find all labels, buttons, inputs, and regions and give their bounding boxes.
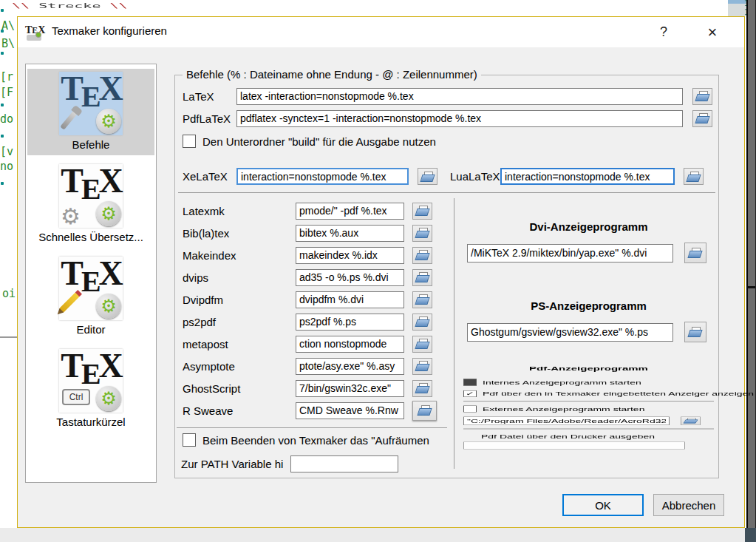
green-gear-icon: ⚙ xyxy=(96,109,121,134)
pdflatex-label: PdfLaTeX xyxy=(183,112,236,125)
screen: \\ Strecke \\ A\ B\ [r [F do [v no oi 14… xyxy=(0,0,756,542)
ps2pdf-label: ps2pdf xyxy=(183,316,296,328)
folder-icon xyxy=(689,327,702,337)
latexmk-browse-button[interactable] xyxy=(412,203,432,220)
rsweave-input[interactable] xyxy=(296,402,404,419)
xelatex-browse-button[interactable] xyxy=(418,168,437,185)
code-dot xyxy=(1,52,4,55)
pdflatex-input[interactable] xyxy=(236,110,683,127)
sidebar-item-befehle[interactable]: TEX ⚙ Befehle xyxy=(27,69,154,155)
pdf-internal-window-checkbox[interactable] xyxy=(463,379,477,385)
folder-icon xyxy=(416,339,429,349)
latexmk-label: Latexmk xyxy=(183,205,296,217)
editor-scrollbar[interactable] xyxy=(746,0,756,542)
rsweave-browse-button[interactable] xyxy=(412,401,437,421)
dvipdfm-input[interactable] xyxy=(296,291,404,308)
folder-icon xyxy=(416,294,429,305)
command-row: R Sweave xyxy=(183,399,441,421)
dvipdfm-browse-button[interactable] xyxy=(412,291,432,308)
ghostscript-browse-button[interactable] xyxy=(412,380,432,397)
asymptote-browse-button[interactable] xyxy=(412,358,432,375)
ps2pdf-browse-button[interactable] xyxy=(412,314,432,331)
dvi-viewer-input[interactable] xyxy=(467,244,673,262)
folder-icon xyxy=(416,316,429,327)
metapost-label: metapost xyxy=(183,338,296,350)
metapost-browse-button[interactable] xyxy=(412,336,432,353)
cancel-button[interactable]: Abbrechen xyxy=(653,494,724,516)
cleanup-checkbox[interactable] xyxy=(183,433,196,447)
asymptote-label: Asymptote xyxy=(183,360,296,373)
separator xyxy=(463,429,714,430)
texmaker-app-icon: TEX xyxy=(25,23,44,41)
separator xyxy=(178,192,715,193)
path-row: Zur PATH Variable hi xyxy=(181,455,398,472)
path-label: Zur PATH Variable hi xyxy=(181,458,283,470)
path-input[interactable] xyxy=(290,455,398,472)
ok-button[interactable]: OK xyxy=(562,494,644,516)
dvi-browse-button[interactable] xyxy=(684,243,706,263)
build-subdir-checkbox[interactable] xyxy=(183,135,196,148)
ctrl-key-icon: Ctrl xyxy=(62,389,90,405)
pdflatex-browse-button[interactable] xyxy=(692,110,712,127)
ps-viewer-input[interactable] xyxy=(467,323,673,342)
separator xyxy=(463,401,714,402)
latex-label: LaTeX xyxy=(183,90,236,103)
asymptote-input[interactable] xyxy=(296,358,404,375)
code-fragment: [F xyxy=(0,86,13,99)
code-dot xyxy=(1,182,4,185)
pdf-browse-button[interactable] xyxy=(681,416,701,425)
ps-viewer-row xyxy=(463,322,714,342)
pdf-internal-window-row: Internes Anzeigeprogramm starten xyxy=(463,376,714,388)
command-row: Latexmk xyxy=(183,200,441,222)
tex-commands-icon: TEX ⚙ xyxy=(59,72,123,135)
sidebar-item-schnelles-uebersetzen[interactable]: TEX ⚙ ⚙ Schnelles Übersetz... xyxy=(27,161,154,248)
pdf-internal-embedded-checkbox[interactable]: ✓ xyxy=(463,390,477,397)
biblatex-browse-button[interactable] xyxy=(412,225,432,242)
ps-browse-button[interactable] xyxy=(684,322,706,342)
close-icon[interactable]: × xyxy=(696,17,729,47)
separator xyxy=(177,427,447,428)
pdf-viewer-title: Pdf-Anzeigeprogramm xyxy=(463,365,714,376)
scrollbar-divider xyxy=(748,286,755,288)
help-button[interactable]: ? xyxy=(647,17,680,47)
pdf-internal-embedded-row: ✓ Pdf über den in Texmaker eingebetteten… xyxy=(463,388,714,400)
folder-icon xyxy=(696,113,709,123)
rsweave-label: R Sweave xyxy=(183,404,296,417)
sidebar-item-label: Schnelles Übersetz... xyxy=(38,231,143,243)
command-list: Latexmk Bib(la)tex Makeindex dvips xyxy=(183,200,441,421)
ps2pdf-input[interactable] xyxy=(296,314,404,331)
pdf-viewer-input[interactable] xyxy=(463,416,670,425)
folder-icon xyxy=(416,272,429,282)
latex-input[interactable] xyxy=(236,88,683,105)
metapost-input[interactable] xyxy=(296,336,404,353)
biblatex-label: Bib(la)tex xyxy=(183,227,296,240)
tex-editor-icon: TEX ⚙ xyxy=(59,257,123,320)
pdf-external-checkbox[interactable] xyxy=(463,405,477,412)
command-row: ps2pdf xyxy=(183,311,441,333)
sidebar-item-editor[interactable]: TEX ⚙ Editor xyxy=(27,254,154,340)
command-row: metapost xyxy=(183,333,441,355)
latex-browse-button[interactable] xyxy=(692,88,712,105)
makeindex-browse-button[interactable] xyxy=(412,247,432,264)
green-gear-icon: ⚙ xyxy=(96,386,121,411)
biblatex-input[interactable] xyxy=(296,225,404,242)
folder-icon xyxy=(684,419,698,424)
folder-icon xyxy=(416,383,429,393)
ghostscript-input[interactable] xyxy=(296,380,404,397)
code-dot xyxy=(1,9,4,12)
sidebar-item-tastaturkuerzel[interactable]: TEX Ctrl ⚙ Tastaturkürzel xyxy=(27,346,154,433)
build-subdir-label: Den Unterordner "build" für die Ausgabe … xyxy=(202,135,436,148)
dvips-input[interactable] xyxy=(296,269,404,286)
green-gear-icon: ⚙ xyxy=(96,294,121,319)
xelatex-label: XeLaTeX xyxy=(183,170,236,183)
dvipdfm-label: Dvipdfm xyxy=(183,294,296,306)
latexmk-input[interactable] xyxy=(296,203,404,220)
makeindex-input[interactable] xyxy=(296,247,404,264)
dvips-browse-button[interactable] xyxy=(412,269,432,286)
column-divider xyxy=(454,198,454,469)
lualatex-input[interactable] xyxy=(500,168,675,185)
xelatex-input[interactable] xyxy=(236,168,409,185)
pdf-extra-field[interactable] xyxy=(463,442,685,450)
dialog-titlebar[interactable]: TEX Texmaker konfigurieren ? × xyxy=(18,17,744,47)
lualatex-browse-button[interactable] xyxy=(684,168,704,185)
